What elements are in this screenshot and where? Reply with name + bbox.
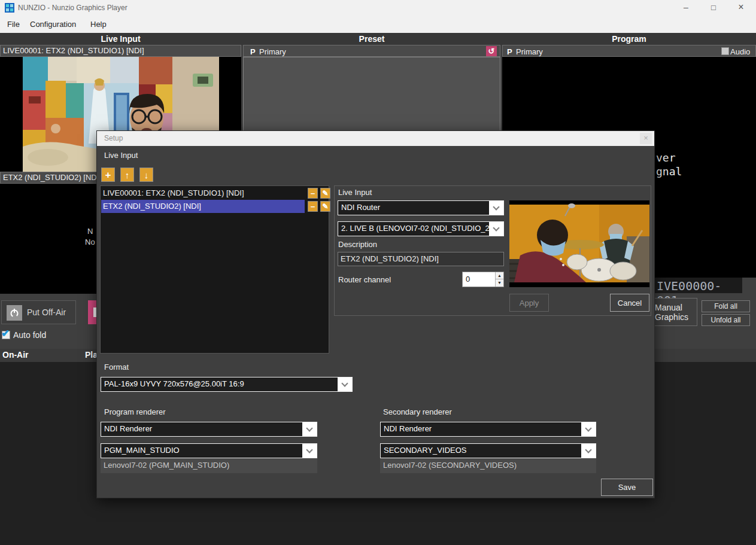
secondary-renderer-value: NDI Renderer	[381, 422, 581, 436]
preset-history-button[interactable]: ↺	[486, 46, 497, 56]
chevron-down-icon[interactable]	[302, 444, 317, 458]
edit-input-button[interactable]: ✎	[320, 201, 330, 212]
audio-label: Audio	[730, 47, 750, 57]
manual-graphics-label-line2: Graphics	[655, 312, 688, 322]
chevron-down-icon[interactable]	[489, 222, 503, 236]
minus-icon: −	[311, 203, 315, 211]
cut-text-fragment: N	[87, 227, 93, 236]
unfold-all-button[interactable]: Unfold all	[702, 314, 750, 326]
secondary-renderer-label: Secondary renderer	[383, 407, 452, 416]
cut-text-fragment: ver	[656, 151, 676, 164]
preset-channel-prefix: P	[250, 47, 256, 57]
setup-dialog-close-button[interactable]: ×	[640, 133, 652, 144]
pencil-icon: ✎	[322, 190, 328, 197]
audio-checkbox[interactable]	[721, 47, 729, 55]
spinner-down-button[interactable]: ▼	[495, 279, 503, 287]
window-titlebar: NUNZIO - Nunzio Graphics Player – □ ×	[0, 0, 756, 16]
menu-help[interactable]: Help	[90, 16, 107, 33]
menu-file[interactable]: File	[7, 16, 20, 33]
remove-input-button[interactable]: −	[308, 201, 318, 212]
description-field[interactable]: ETX2 (NDI_STUDIO2) [NDI]	[338, 252, 504, 266]
cut-text-fragment: No	[85, 238, 95, 246]
preview-video-drummers-scene	[509, 200, 649, 287]
program-channel-name: Primary	[516, 47, 543, 57]
setup-dialog: Setup × Live Input + ↑ ↓ LIVE00001: ETX2…	[96, 130, 655, 498]
apply-button[interactable]: Apply	[509, 294, 549, 312]
close-button[interactable]: ×	[733, 0, 749, 16]
program-renderer-value: NDI Renderer	[101, 422, 302, 436]
auto-fold-checkbox[interactable]: ✔	[2, 331, 10, 339]
cancel-button[interactable]: Cancel	[610, 294, 649, 312]
power-icon	[7, 305, 22, 321]
add-input-button[interactable]: +	[101, 168, 115, 182]
source-select-value: 2. LIVE B (LENOVOI7-02 (NDI_STUDIO_2))	[338, 222, 489, 236]
live-input-panel-header: Live Input	[0, 34, 241, 44]
driver-select[interactable]: NDI Router	[338, 200, 504, 215]
chevron-down-icon[interactable]	[581, 444, 596, 458]
minimize-button[interactable]: –	[678, 0, 694, 16]
setup-dialog-titlebar: Setup ×	[97, 131, 654, 146]
fold-all-button[interactable]: Fold all	[702, 300, 750, 312]
secondary-output-value: SECONDARY_VIDEOS	[381, 444, 581, 458]
program-channel-bar: P Primary Audio	[502, 45, 756, 57]
preset-panel-header: Preset	[243, 34, 500, 44]
put-offair-button[interactable]: Put Off-Air	[1, 300, 76, 324]
edit-input-button[interactable]: ✎	[320, 188, 330, 199]
format-select[interactable]: PAL-16x9 UYVY 720x576@25.00iT 16:9	[101, 377, 353, 392]
program-channel-prefix: P	[507, 47, 512, 57]
driver-select-value: NDI Router	[338, 201, 489, 215]
add-icon: +	[105, 170, 111, 180]
move-up-button[interactable]: ↑	[120, 168, 134, 182]
secondary-renderer-select[interactable]: NDI Renderer	[380, 422, 596, 437]
auto-fold-label: Auto fold	[13, 330, 46, 340]
source-preview-monitor	[509, 200, 649, 287]
menu-configuration[interactable]: Configuration	[30, 16, 76, 33]
program-output-select[interactable]: PGM_MAIN_STUDIO	[101, 443, 317, 458]
setup-section-title: Live Input	[104, 151, 138, 160]
spinner-up-icon: ▲	[496, 272, 503, 279]
minus-icon: −	[311, 190, 315, 197]
maximize-button[interactable]: □	[705, 0, 722, 16]
window-title: NUNZIO - Nunzio Graphics Player	[18, 0, 127, 16]
program-renderer-device-info: LenovoI7-02 (PGM_MAIN_STUDIO)	[101, 458, 317, 473]
list-item-label: LIVE00001: ETX2 (NDI_STUDIO1) [NDI]	[103, 187, 244, 200]
save-button[interactable]: Save	[601, 479, 653, 496]
put-offair-label: Put Off-Air	[27, 307, 66, 317]
router-channel-spinner[interactable]: 0 ▲ ▼	[462, 272, 504, 287]
manual-graphics-button[interactable]: Manual Graphics	[649, 298, 697, 326]
chevron-down-icon[interactable]	[489, 201, 503, 215]
router-channel-label: Router channel	[338, 275, 391, 284]
cut-text-fragment: gnal	[656, 165, 682, 178]
live-input-form: Live Input NDI Router 2. LIVE B (LENOVOI…	[334, 185, 651, 316]
arrow-up-icon: ↑	[125, 170, 130, 179]
list-item[interactable]: LIVE00001: ETX2 (NDI_STUDIO1) [NDI] − ✎	[101, 187, 329, 200]
history-icon: ↺	[488, 47, 495, 55]
chevron-down-icon[interactable]	[338, 377, 352, 391]
app-icon	[5, 3, 14, 13]
router-channel-value: 0	[466, 272, 470, 287]
spinner-down-icon: ▼	[496, 279, 503, 286]
setup-dialog-title: Setup	[104, 131, 123, 146]
check-icon: ✔	[1, 327, 10, 340]
list-item-label: ETX2 (NDI_STUDIO2) [NDI]	[103, 200, 201, 213]
move-down-button[interactable]: ↓	[139, 168, 153, 182]
live-input-1-label: LIVE00001: ETX2 (NDI_STUDIO1) [NDI]	[0, 45, 241, 57]
program-renderer-select[interactable]: NDI Renderer	[101, 422, 317, 437]
program-renderer-label: Program renderer	[104, 407, 166, 416]
secondary-output-select[interactable]: SECONDARY_VIDEOS	[380, 443, 596, 458]
preset-channel-bar: P Primary ↺	[243, 45, 500, 57]
source-select[interactable]: 2. LIVE B (LENOVOI7-02 (NDI_STUDIO_2))	[338, 221, 504, 236]
remove-input-button[interactable]: −	[308, 188, 318, 199]
spinner-up-button[interactable]: ▲	[495, 272, 503, 279]
live-input-list: LIVE00001: ETX2 (NDI_STUDIO1) [NDI] − ✎ …	[100, 185, 329, 354]
manual-graphics-label-line1: Manual	[655, 303, 682, 312]
list-item-selected[interactable]: ETX2 (NDI_STUDIO2) [NDI] − ✎	[101, 200, 329, 213]
format-label: Format	[104, 363, 129, 372]
program-panel-header: Program	[502, 34, 756, 44]
chevron-down-icon[interactable]	[581, 422, 596, 436]
chevron-down-icon[interactable]	[302, 422, 317, 436]
arrow-down-icon: ↓	[144, 170, 149, 179]
app-window: NUNZIO - Nunzio Graphics Player – □ × Fi…	[0, 0, 756, 545]
preset-channel-name: Primary	[259, 47, 286, 57]
menu-bar: File Configuration Help	[0, 16, 756, 33]
